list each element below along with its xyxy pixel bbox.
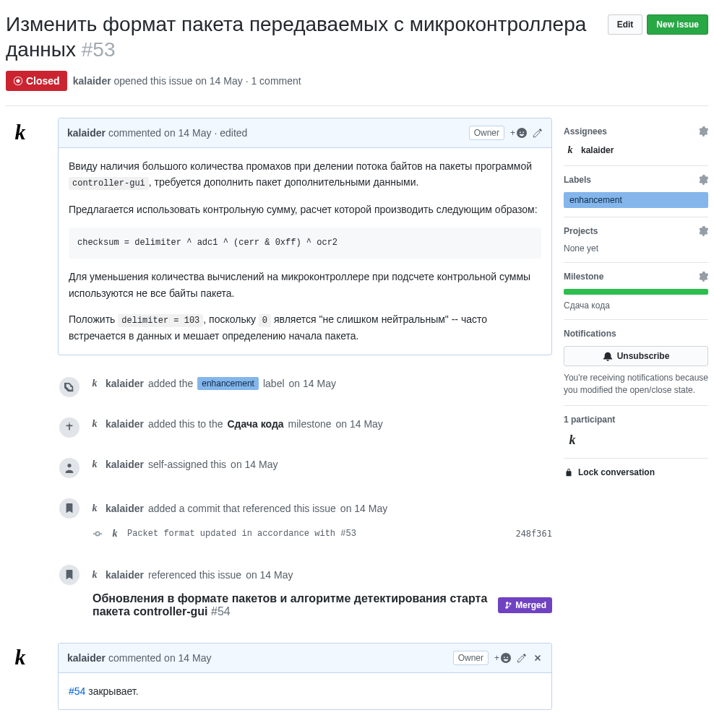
tag-icon <box>59 377 79 397</box>
commit-message[interactable]: Packet format updated in accordance with… <box>127 529 356 539</box>
participants-heading: 1 participant <box>564 415 615 425</box>
pencil-icon[interactable] <box>517 653 527 663</box>
add-reaction-button[interactable]: + <box>494 653 511 663</box>
label-chip[interactable]: enhancement <box>197 377 259 390</box>
milestone-link[interactable]: Сдача кода <box>227 418 283 430</box>
gear-icon[interactable] <box>698 272 708 282</box>
comment: kalaider commented on 14 May Owner + #54… <box>58 643 552 710</box>
timeline-author[interactable]: kalaider <box>106 569 144 581</box>
avatar[interactable]: k <box>108 527 121 540</box>
milestone-progress <box>564 289 708 295</box>
projects-none: None yet <box>564 243 708 254</box>
issue-number: #53 <box>82 38 116 61</box>
commit-sha[interactable]: 248f361 <box>515 529 552 539</box>
bookmark-icon <box>59 498 79 519</box>
avatar[interactable]: k <box>88 377 101 390</box>
edit-button[interactable]: Edit <box>608 14 643 35</box>
timeline-author[interactable]: kalaider <box>106 418 144 430</box>
owner-badge: Owner <box>469 126 504 140</box>
projects-heading: Projects <box>564 226 598 236</box>
timeline-author[interactable]: kalaider <box>106 378 144 389</box>
comment: kalaider commented on 14 May · edited Ow… <box>58 118 552 355</box>
owner-badge: Owner <box>453 651 489 665</box>
merged-badge: Merged <box>498 597 552 613</box>
labels-heading: Labels <box>564 175 591 185</box>
avatar[interactable]: k <box>6 643 35 672</box>
pencil-icon[interactable] <box>533 128 543 138</box>
gear-icon[interactable] <box>698 226 708 236</box>
avatar[interactable]: k <box>6 118 35 147</box>
notifications-heading: Notifications <box>564 329 616 339</box>
bookmark-icon <box>59 565 79 585</box>
new-issue-button[interactable]: New issue <box>647 14 708 35</box>
timeline-author[interactable]: kalaider <box>106 503 144 514</box>
add-reaction-button[interactable]: + <box>510 128 527 138</box>
opener-author[interactable]: kalaider <box>73 75 111 87</box>
assignees-heading: Assignees <box>564 126 607 136</box>
notifications-note: You're receiving notifications because y… <box>564 372 708 396</box>
avatar[interactable]: k <box>88 568 101 581</box>
avatar[interactable]: k <box>564 432 581 449</box>
assignee-row[interactable]: k kalaider <box>564 144 708 157</box>
label-chip[interactable]: enhancement <box>564 192 708 208</box>
referenced-issue-link[interactable]: Обновления в формате пакетов и алгоритме… <box>93 592 492 618</box>
comment-date[interactable]: on 14 May <box>164 127 211 139</box>
gear-icon[interactable] <box>698 175 708 185</box>
milestone-icon <box>59 417 79 438</box>
lock-conversation-button[interactable]: Lock conversation <box>564 459 708 486</box>
issue-link[interactable]: #54 <box>69 685 85 697</box>
close-icon[interactable] <box>533 653 543 663</box>
commit-icon <box>93 529 103 539</box>
person-icon <box>59 458 79 478</box>
comment-author[interactable]: kalaider <box>67 652 106 664</box>
avatar[interactable]: k <box>88 458 101 471</box>
avatar[interactable]: k <box>88 502 101 515</box>
comment-date[interactable]: on 14 May <box>164 652 211 664</box>
state-badge: Closed <box>6 71 67 91</box>
timeline-author[interactable]: kalaider <box>106 459 144 470</box>
comment-author[interactable]: kalaider <box>67 127 106 139</box>
gear-icon[interactable] <box>698 126 708 136</box>
code-block: checksum = delimiter ^ adc1 ^ (cerr & 0x… <box>69 228 541 259</box>
issue-title: Изменить формат пакета передаваемых с ми… <box>6 12 608 62</box>
milestone-heading: Milestone <box>564 272 603 282</box>
milestone-link[interactable]: Сдача кода <box>564 300 708 311</box>
unsubscribe-button[interactable]: Unsubscribe <box>564 346 708 366</box>
avatar[interactable]: k <box>88 417 101 430</box>
